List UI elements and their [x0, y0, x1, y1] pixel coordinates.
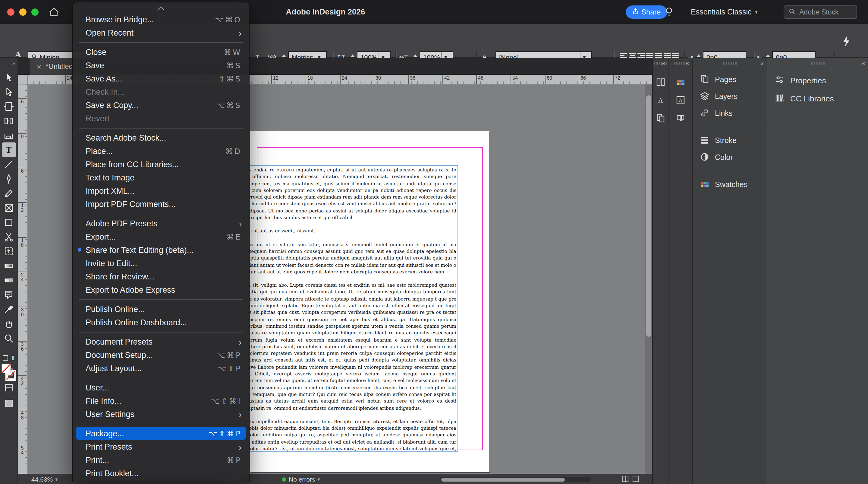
tools-panel-collapse-icon[interactable]: » — [0, 58, 18, 70]
menu-item-document-setup[interactable]: Document Setup...⌥⌘P — [73, 348, 249, 362]
horizontal-scrollbar[interactable] — [440, 477, 591, 482]
formatting-affects-text-icon[interactable]: T — [11, 354, 16, 361]
direct-selection-tool[interactable] — [1, 84, 16, 99]
dock-grip[interactable] — [811, 62, 824, 64]
menu-item-open-recent[interactable]: Open Recent› — [73, 26, 249, 39]
screen-mode-button[interactable] — [4, 399, 13, 410]
ruler-number: 66 — [579, 76, 586, 84]
panel-item-pages[interactable]: Pages — [692, 71, 767, 88]
panel-item-layers[interactable]: Layers — [692, 88, 767, 105]
panel-item-cc-libraries[interactable]: CC Libraries — [767, 89, 868, 107]
pencil-tool[interactable] — [1, 186, 16, 200]
free-transform-tool[interactable] — [1, 244, 16, 258]
minimize-window-button[interactable] — [19, 8, 27, 16]
vertical-ruler[interactable]: 6061 21 82 43 03 64 24 85 4 — [18, 84, 28, 474]
menu-item-document-presets[interactable]: Document Presets› — [73, 335, 249, 348]
menu-scroll-up-icon[interactable] — [73, 4, 249, 13]
collapse-dock-icon[interactable]: « — [661, 60, 665, 66]
menu-item-adjust-layout[interactable]: Adjust Layout...⌥⇧P — [73, 362, 249, 375]
menu-item-invite-to-edit[interactable]: Invite to Edit... — [73, 256, 249, 270]
vertical-scrollbar[interactable] — [645, 84, 652, 474]
menu-item-close[interactable]: Close⌘W — [73, 45, 249, 59]
content-collector-tool[interactable] — [1, 128, 16, 142]
rectangle-tool[interactable] — [1, 215, 16, 229]
menu-item-share-for-review[interactable]: Share for Review... — [73, 270, 249, 283]
preflight-status[interactable]: No errors ▾ — [282, 476, 320, 483]
dock-grip[interactable] — [674, 62, 687, 64]
horizontal-scrollbar-thumb[interactable] — [441, 478, 565, 481]
panel-item-links[interactable]: Links — [692, 105, 767, 122]
swatches-panel-icon[interactable] — [673, 75, 687, 89]
fill-stroke-swatches[interactable] — [1, 363, 17, 385]
menu-item-text-to-image[interactable]: Text to Image — [73, 171, 249, 184]
home-icon[interactable] — [48, 7, 60, 20]
menu-item-user-settings[interactable]: User Settings› — [73, 407, 249, 421]
gradient-swatch-tool[interactable] — [1, 258, 16, 273]
vertical-scrollbar-thumb[interactable] — [646, 95, 651, 337]
page-view-icon[interactable] — [632, 476, 639, 483]
menu-item-export[interactable]: Export...⌘E — [73, 230, 249, 243]
gradient-feather-tool[interactable] — [1, 273, 16, 287]
menu-item-save-as[interactable]: Save As...⇧⌘S — [73, 72, 249, 85]
menu-item-print-presets[interactable]: Print Presets› — [73, 440, 249, 453]
panel-item-swatches[interactable]: Swatches — [692, 176, 767, 193]
menu-item-adobe-pdf-presets[interactable]: Adobe PDF Presets› — [73, 217, 249, 230]
split-view-icon[interactable] — [622, 476, 629, 483]
type-tool[interactable]: T — [1, 142, 16, 157]
pages-panel-icon[interactable] — [653, 111, 668, 125]
panel-item-properties[interactable]: Properties — [767, 71, 868, 89]
quick-apply-lightning-icon[interactable] — [841, 34, 851, 51]
adobe-stock-search-input[interactable]: Adobe Stock — [784, 5, 857, 19]
menu-item-save-a-copy[interactable]: Save a Copy...⌥⌘S — [73, 98, 249, 112]
pen-tool[interactable] — [1, 171, 16, 186]
lightbulb-icon[interactable] — [664, 6, 674, 19]
panel-item-stroke[interactable]: Stroke — [692, 132, 767, 149]
menu-item-publish-online[interactable]: Publish Online... — [73, 302, 249, 316]
collapse-dock-icon[interactable]: « — [686, 60, 689, 66]
menu-item-user[interactable]: User... — [73, 381, 249, 394]
menu-item-package[interactable]: Package...⌥⇧⌘P — [76, 427, 246, 440]
rectangle-frame-tool[interactable] — [1, 200, 16, 215]
dock-grip[interactable] — [723, 62, 736, 64]
collapse-dock-icon[interactable]: « — [761, 60, 764, 66]
character-styles-panel-icon[interactable]: A — [653, 93, 668, 107]
selection-tool[interactable] — [1, 70, 16, 84]
menu-item-place[interactable]: Place...⌘D — [73, 144, 249, 158]
menu-item-file-info[interactable]: File Info...⌥⇧⌘I — [73, 394, 249, 407]
close-window-button[interactable] — [7, 8, 14, 16]
menu-item-save[interactable]: Save⌘S — [73, 59, 249, 72]
menu-item-browse-in-bridge[interactable]: Browse in Bridge...⌥⌘O — [73, 13, 249, 26]
menu-item-print[interactable]: Print...⌘P — [73, 453, 249, 466]
ruler-corner[interactable] — [18, 75, 28, 84]
text-frame[interactable]: quas endae re etureru mquatenimi, cuptat… — [239, 165, 458, 452]
menu-item-export-to-adobe-express[interactable]: Export to Adobe Express — [73, 283, 249, 296]
hand-tool[interactable] — [1, 316, 16, 331]
menu-item-publish-online-dashboard[interactable]: Publish Online Dashboard... — [73, 316, 249, 329]
workspace-switcher[interactable]: Essentials Classic ▾ — [691, 0, 758, 24]
menu-item-import-xml[interactable]: Import XML... — [73, 184, 249, 197]
collapse-dock-icon[interactable]: « — [862, 60, 865, 66]
books-panel-icon[interactable] — [673, 111, 687, 125]
page-tool[interactable] — [1, 99, 16, 113]
dock-grip[interactable] — [654, 62, 667, 64]
scissors-tool[interactable] — [1, 229, 16, 244]
menu-item-share-for-text-editing-beta[interactable]: Share for Text Editing (beta)... — [73, 243, 249, 256]
close-tab-icon[interactable]: × — [37, 62, 41, 71]
eyedropper-tool[interactable] — [1, 302, 16, 316]
columns-panel-icon[interactable] — [653, 75, 668, 89]
line-tool[interactable] — [1, 157, 16, 171]
menu-item-place-from-cc-libraries[interactable]: Place from CC Libraries... — [73, 158, 249, 171]
zoom-window-button[interactable] — [31, 8, 38, 16]
zoom-level-dropdown[interactable]: 44.63%▾ — [31, 476, 58, 483]
glyphs-panel-icon[interactable]: A — [673, 93, 687, 107]
menu-item-search-adobe-stock[interactable]: Search Adobe Stock... — [73, 131, 249, 144]
share-button[interactable]: Share — [626, 5, 667, 19]
menu-item-label: Document Presets — [86, 337, 153, 346]
formatting-affects-container-icon[interactable] — [2, 352, 8, 363]
gap-tool[interactable] — [1, 113, 16, 128]
panel-item-color[interactable]: Color — [692, 149, 767, 166]
menu-item-print-booklet[interactable]: Print Booklet... — [73, 466, 249, 480]
note-tool[interactable] — [1, 287, 16, 302]
zoom-tool[interactable] — [1, 331, 16, 345]
menu-item-import-pdf-comments[interactable]: Import PDF Comments... — [73, 197, 249, 210]
